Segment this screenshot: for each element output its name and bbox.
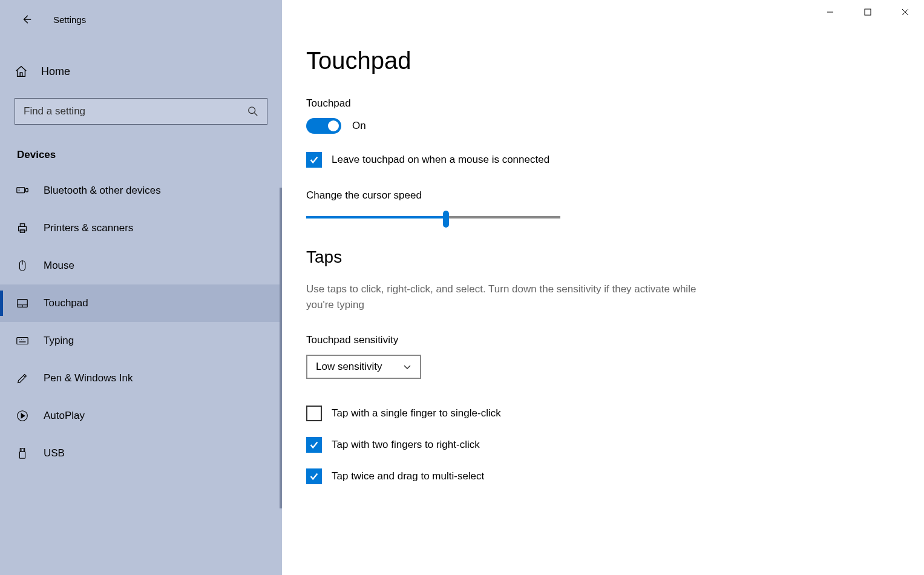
- nav-autoplay[interactable]: AutoPlay: [0, 397, 282, 435]
- sidebar-section-label: Devices: [0, 149, 282, 161]
- main-content: Touchpad Touchpad On Leave touchpad on w…: [282, 0, 924, 575]
- home-label: Home: [41, 65, 70, 78]
- svg-rect-9: [17, 338, 28, 344]
- svg-rect-3: [26, 188, 28, 192]
- tap-two-checkbox[interactable]: Tap with two fingers to right-click: [306, 437, 900, 453]
- mouse-icon: [16, 259, 29, 272]
- taps-description: Use taps to click, right-click, and sele…: [306, 281, 706, 312]
- checkbox-icon: [306, 437, 322, 453]
- cursor-speed-label: Change the cursor speed: [306, 189, 900, 202]
- leave-touchpad-checkbox[interactable]: Leave touchpad on when a mouse is connec…: [306, 152, 900, 168]
- app-title: Settings: [53, 15, 86, 25]
- close-button[interactable]: [886, 0, 924, 24]
- sensitivity-dropdown[interactable]: Low sensitivity: [306, 355, 421, 379]
- tap-single-checkbox[interactable]: Tap with a single finger to single-click: [306, 406, 900, 421]
- nav-label: Printers & scanners: [44, 222, 133, 234]
- checkbox-label: Leave touchpad on when a mouse is connec…: [332, 154, 549, 166]
- svg-rect-2: [17, 188, 25, 193]
- svg-rect-11: [20, 448, 24, 452]
- touchpad-icon: [16, 297, 29, 310]
- checkbox-icon: [306, 152, 322, 168]
- svg-rect-0: [865, 9, 871, 15]
- pen-icon: [16, 372, 29, 385]
- sidebar: Settings Home Devices Bluetooth & other …: [0, 0, 282, 575]
- cursor-speed-slider[interactable]: [306, 211, 560, 223]
- checkbox-label: Tap twice and drag to multi-select: [332, 470, 484, 482]
- touchpad-toggle[interactable]: [306, 118, 341, 134]
- window-controls: [811, 0, 924, 24]
- search-box[interactable]: [15, 98, 267, 125]
- checkbox-label: Tap with a single finger to single-click: [332, 407, 501, 419]
- nav-mouse[interactable]: Mouse: [0, 247, 282, 284]
- nav-label: USB: [44, 447, 65, 459]
- home-icon: [15, 65, 28, 78]
- nav-printers[interactable]: Printers & scanners: [0, 209, 282, 247]
- back-button[interactable]: [15, 7, 39, 31]
- nav-label: AutoPlay: [44, 410, 85, 422]
- keyboard-icon: [16, 334, 29, 347]
- touchpad-subheading: Touchpad: [306, 97, 900, 110]
- nav-list: Bluetooth & other devices Printers & sca…: [0, 172, 282, 472]
- checkbox-icon: [306, 406, 322, 421]
- sidebar-scrollbar[interactable]: [280, 188, 282, 508]
- nav-pen[interactable]: Pen & Windows Ink: [0, 360, 282, 397]
- chevron-down-icon: [403, 363, 411, 371]
- nav-touchpad[interactable]: Touchpad: [0, 284, 282, 322]
- nav-label: Pen & Windows Ink: [44, 372, 133, 384]
- taps-heading: Taps: [306, 248, 900, 267]
- svg-point-1: [249, 107, 255, 114]
- nav-bluetooth[interactable]: Bluetooth & other devices: [0, 172, 282, 209]
- nav-label: Bluetooth & other devices: [44, 185, 161, 197]
- search-icon: [247, 106, 258, 117]
- bluetooth-icon: [16, 184, 29, 197]
- svg-rect-4: [19, 226, 27, 231]
- nav-label: Typing: [44, 335, 74, 347]
- maximize-button[interactable]: [849, 0, 886, 24]
- svg-rect-12: [19, 452, 25, 458]
- page-title: Touchpad: [306, 47, 900, 74]
- search-input[interactable]: [24, 105, 247, 117]
- sensitivity-label: Touchpad sensitivity: [306, 334, 900, 346]
- dropdown-value: Low sensitivity: [316, 361, 382, 373]
- tap-drag-checkbox[interactable]: Tap twice and drag to multi-select: [306, 468, 900, 484]
- nav-label: Mouse: [44, 260, 74, 272]
- printer-icon: [16, 222, 29, 235]
- minimize-button[interactable]: [811, 0, 849, 24]
- usb-icon: [16, 447, 29, 460]
- nav-usb[interactable]: USB: [0, 435, 282, 472]
- nav-label: Touchpad: [44, 297, 88, 309]
- toggle-state-label: On: [352, 120, 366, 132]
- checkbox-label: Tap with two fingers to right-click: [332, 439, 480, 451]
- home-link[interactable]: Home: [0, 53, 282, 90]
- nav-typing[interactable]: Typing: [0, 322, 282, 360]
- checkbox-icon: [306, 468, 322, 484]
- svg-rect-5: [20, 224, 24, 227]
- autoplay-icon: [16, 409, 29, 422]
